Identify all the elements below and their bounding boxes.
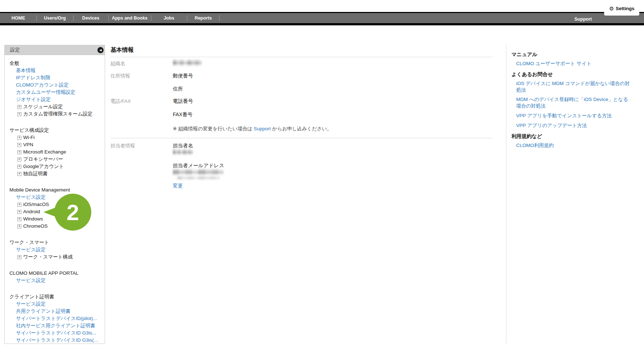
sidebar-item-geosite-settings[interactable]: ジオサイト設定 [9,96,103,103]
address-label: 住所 [173,86,183,92]
note-text-suffix: からお申し込みください。 [271,126,332,131]
expand-plus-icon[interactable]: + [17,143,21,147]
nav-item-support[interactable]: Support [567,14,599,24]
sidebar-section-general: 全般 基本情報 IPアドレス制限 CLOMOアカウント設定 カスタムユーザー情報… [9,60,103,118]
nav-item-users-org[interactable]: Users/Org [37,13,73,23]
tutorial-step-2-callout: 2 [54,194,91,231]
contact-email-label: 担当者メールアドレス [173,163,224,169]
link-clomo-user-support-site[interactable]: CLOMO ユーザーサポート サイト [511,60,632,67]
contact-info-label: 担当者情報 [110,143,135,149]
callout-tail-pointer [43,207,56,217]
divider [110,138,493,138]
sidebar-item-shared-client-certificate[interactable]: 共用クライアント証明書 [9,308,103,315]
sidebar-item-basic-info[interactable]: 基本情報 [9,67,103,74]
sidebar-item-custom-certificate[interactable]: +独自証明書 [9,170,103,177]
link-faq-ios-device-registration[interactable]: MDM へのデバイス登録時に「iOS Device」となる場合の対処法 [511,96,632,109]
contact-email-value-redacted [173,169,223,175]
sidebar-item-label: Android [23,209,40,214]
gear-icon: ⚙ [609,6,614,11]
sidebar-item-custom-admin-permission-scheme[interactable]: +カスタム管理権限スキーム設定 [9,110,103,118]
sidebar-section-header-client-cert: クライアント証明書 [9,293,103,300]
expand-plus-icon[interactable]: + [17,224,21,228]
sidebar-section-map: CLOMO MOBILE APP PORTAL サービス設定 [9,270,103,284]
nav-item-jobs[interactable]: Jobs [151,13,187,23]
sidebar-item-label: Windows [23,216,43,222]
help-panel: マニュアル CLOMO ユーザーサポート サイト よくあるお問合せ iOS デバ… [506,45,637,344]
fax-number-label: FAX番号 [173,111,192,118]
faq-header: よくあるお問合せ [511,71,632,78]
sidebar-item-cybertrust-device-id-g3is-1[interactable]: サイバートラストデバイスID G3is... [9,329,103,337]
sidebar-title: 設定 [10,47,20,53]
tab-settings[interactable]: ⚙ Settings [604,1,639,16]
sidebar-item-google-account[interactable]: +Googleアカウント [9,163,103,170]
chevron-left-icon: ◀ [99,49,101,52]
support-link[interactable]: Support [254,126,271,131]
sidebar-item-clomo-account-settings[interactable]: CLOMOアカウント設定 [9,81,103,89]
nav-item-reports[interactable]: Reports [187,13,219,23]
expand-plus-icon[interactable]: + [17,203,21,207]
expand-plus-icon[interactable]: + [17,112,21,116]
divider [110,57,493,57]
nav-item-home[interactable]: HOME [0,13,37,23]
sidebar-item-label: カスタム管理権限スキーム設定 [23,111,92,117]
callout-step-number: 2 [54,194,91,231]
sidebar-item-cert-service-settings[interactable]: サービス設定 [9,300,103,308]
expand-plus-icon[interactable]: + [17,136,21,140]
sidebar-item-internal-service-client-certificate[interactable]: 社内サービス用クライアント証明書 [9,322,103,329]
phone-number-label: 電話番号 [173,98,193,105]
sidebar-section-header-service-config: サービス構成設定 [9,127,103,134]
sidebar-item-ip-address-restriction[interactable]: IPアドレス制限 [9,74,103,81]
sidebar-item-label: 独自証明書 [23,171,48,176]
sidebar-item-microsoft-exchange[interactable]: +Microsoft Exchange [9,148,103,156]
sidebar-item-label: Microsoft Exchange [23,149,66,155]
sidebar-item-work-smart-service-settings[interactable]: サービス設定 [9,246,103,253]
sidebar-item-map-service-settings[interactable]: サービス設定 [9,277,103,284]
sidebar-item-label: Wi-Fi [23,135,34,140]
expand-plus-icon[interactable]: + [17,157,21,161]
phone-fax-label: 電話/FAX [110,98,131,105]
sidebar-item-label: ワーク・スマート構成 [23,254,73,260]
link-faq-vpp-update[interactable]: VPP アプリのアップデート方法 [511,122,632,129]
link-clomo-terms[interactable]: CLOMO利用規約 [511,142,632,149]
sidebar-item-label: ChromeOS [23,223,48,229]
contact-name-value-redacted [173,149,193,155]
expand-plus-icon[interactable]: + [17,172,21,176]
expand-plus-icon[interactable]: + [17,217,21,221]
sidebar-collapse-button[interactable]: ◀ [97,47,104,53]
link-faq-vpp-manual-install[interactable]: VPP アプリを手動でインストールする方法 [511,113,632,119]
sidebar-section-work-smart: ワーク・スマート サービス設定 +ワーク・スマート構成 [9,239,103,261]
sidebar-section-client-cert: クライアント証明書 サービス設定 共用クライアント証明書 サイバートラストデバイ… [9,293,103,344]
sidebar-item-proxy-server[interactable]: +プロキシサーバー [9,156,103,163]
sidebar-section-header-map: CLOMO MOBILE APP PORTAL [9,270,103,277]
settings-sidebar: 設定 ◀ 全般 基本情報 IPアドレス制限 CLOMOアカウント設定 カスタムユ… [4,45,105,344]
note-text-prefix: ※ 組織情報の変更を行いたい場合は [173,126,254,131]
contact-email-value-redacted [177,176,220,180]
sidebar-item-wifi[interactable]: +Wi-Fi [9,134,103,141]
expand-plus-icon[interactable]: + [17,105,21,109]
nav-item-apps-and-books[interactable]: Apps and Books [108,13,151,23]
sidebar-item-label: VPN [23,142,33,147]
change-link[interactable]: 変更 [173,183,183,189]
org-name-label: 組織名 [110,60,125,67]
org-name-value-redacted [173,60,202,66]
terms-header: 利用規約など [511,133,632,140]
org-change-note: ※ 組織情報の変更を行いたい場合は Support からお申し込みください。 [173,126,332,132]
sidebar-item-cybertrust-device-id-g3is-2[interactable]: サイバートラストデバイスID G3is(... [9,337,103,344]
sidebar-item-schedule-settings[interactable]: +スケジュール設定 [9,103,103,110]
sidebar-section-service-config: サービス構成設定 +Wi-Fi +VPN +Microsoft Exchange… [9,127,103,177]
nav-item-devices[interactable]: Devices [73,13,108,23]
sidebar-item-custom-user-info-settings[interactable]: カスタムユーザー情報設定 [9,89,103,96]
link-faq-mdm-command-not-delivered[interactable]: iOS デバイスに MDM コマンドが届かない場合の対処法 [511,80,632,93]
sidebar-section-header-general: 全般 [9,60,103,67]
expand-plus-icon[interactable]: + [17,150,21,154]
sidebar-item-label: Googleアカウント [23,164,64,169]
sidebar-header: 設定 ◀ [5,45,105,55]
page-title: 基本情報 [110,46,134,54]
sidebar-item-vpn[interactable]: +VPN [9,141,103,148]
sidebar-item-cybertrust-device-id-pilot[interactable]: サイバートラストデバイスID(pilot)... [9,315,103,322]
expand-plus-icon[interactable]: + [17,165,21,169]
expand-plus-icon[interactable]: + [17,210,21,214]
postal-code-label: 郵便番号 [173,73,193,79]
expand-plus-icon[interactable]: + [17,255,21,259]
sidebar-item-work-smart-config[interactable]: +ワーク・スマート構成 [9,253,103,261]
